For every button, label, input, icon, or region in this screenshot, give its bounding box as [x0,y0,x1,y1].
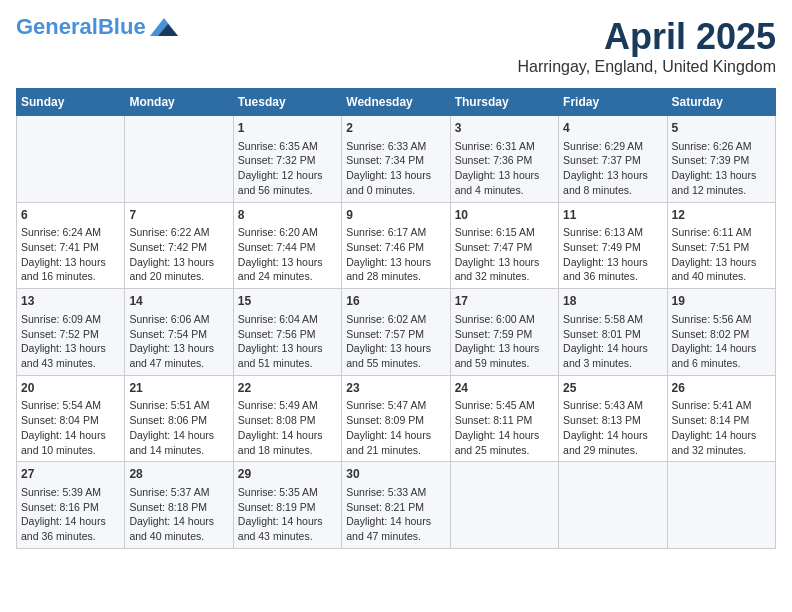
day-info: Sunrise: 5:49 AM Sunset: 8:08 PM Dayligh… [238,398,337,457]
day-info: Sunrise: 6:09 AM Sunset: 7:52 PM Dayligh… [21,312,120,371]
calendar-cell: 11Sunrise: 6:13 AM Sunset: 7:49 PM Dayli… [559,202,667,289]
day-number: 6 [21,207,120,224]
calendar-cell: 25Sunrise: 5:43 AM Sunset: 8:13 PM Dayli… [559,375,667,462]
day-number: 15 [238,293,337,310]
calendar-cell: 30Sunrise: 5:33 AM Sunset: 8:21 PM Dayli… [342,462,450,549]
day-info: Sunrise: 6:02 AM Sunset: 7:57 PM Dayligh… [346,312,445,371]
calendar-cell: 3Sunrise: 6:31 AM Sunset: 7:36 PM Daylig… [450,116,558,203]
day-info: Sunrise: 5:45 AM Sunset: 8:11 PM Dayligh… [455,398,554,457]
day-info: Sunrise: 6:26 AM Sunset: 7:39 PM Dayligh… [672,139,771,198]
day-info: Sunrise: 5:33 AM Sunset: 8:21 PM Dayligh… [346,485,445,544]
day-info: Sunrise: 5:35 AM Sunset: 8:19 PM Dayligh… [238,485,337,544]
title-block: April 2025 Harringay, England, United Ki… [517,16,776,76]
day-info: Sunrise: 6:17 AM Sunset: 7:46 PM Dayligh… [346,225,445,284]
day-number: 14 [129,293,228,310]
calendar-week-3: 20Sunrise: 5:54 AM Sunset: 8:04 PM Dayli… [17,375,776,462]
calendar-cell: 29Sunrise: 5:35 AM Sunset: 8:19 PM Dayli… [233,462,341,549]
day-number: 24 [455,380,554,397]
calendar-cell: 15Sunrise: 6:04 AM Sunset: 7:56 PM Dayli… [233,289,341,376]
logo-text: GeneralBlue [16,16,146,38]
day-number: 2 [346,120,445,137]
calendar-cell: 4Sunrise: 6:29 AM Sunset: 7:37 PM Daylig… [559,116,667,203]
day-number: 18 [563,293,662,310]
day-info: Sunrise: 5:39 AM Sunset: 8:16 PM Dayligh… [21,485,120,544]
day-info: Sunrise: 5:43 AM Sunset: 8:13 PM Dayligh… [563,398,662,457]
calendar-cell: 12Sunrise: 6:11 AM Sunset: 7:51 PM Dayli… [667,202,775,289]
day-info: Sunrise: 5:51 AM Sunset: 8:06 PM Dayligh… [129,398,228,457]
day-number: 13 [21,293,120,310]
col-wednesday: Wednesday [342,89,450,116]
day-number: 17 [455,293,554,310]
day-info: Sunrise: 6:06 AM Sunset: 7:54 PM Dayligh… [129,312,228,371]
col-monday: Monday [125,89,233,116]
calendar-week-1: 6Sunrise: 6:24 AM Sunset: 7:41 PM Daylig… [17,202,776,289]
calendar-cell: 8Sunrise: 6:20 AM Sunset: 7:44 PM Daylig… [233,202,341,289]
calendar-cell: 16Sunrise: 6:02 AM Sunset: 7:57 PM Dayli… [342,289,450,376]
day-info: Sunrise: 6:31 AM Sunset: 7:36 PM Dayligh… [455,139,554,198]
day-number: 8 [238,207,337,224]
day-number: 5 [672,120,771,137]
col-thursday: Thursday [450,89,558,116]
day-number: 20 [21,380,120,397]
calendar-cell: 22Sunrise: 5:49 AM Sunset: 8:08 PM Dayli… [233,375,341,462]
calendar-cell [450,462,558,549]
calendar-table: Sunday Monday Tuesday Wednesday Thursday… [16,88,776,549]
calendar-week-0: 1Sunrise: 6:35 AM Sunset: 7:32 PM Daylig… [17,116,776,203]
calendar-cell: 26Sunrise: 5:41 AM Sunset: 8:14 PM Dayli… [667,375,775,462]
day-info: Sunrise: 6:33 AM Sunset: 7:34 PM Dayligh… [346,139,445,198]
calendar-body: 1Sunrise: 6:35 AM Sunset: 7:32 PM Daylig… [17,116,776,549]
calendar-cell [17,116,125,203]
day-number: 10 [455,207,554,224]
calendar-cell: 2Sunrise: 6:33 AM Sunset: 7:34 PM Daylig… [342,116,450,203]
col-saturday: Saturday [667,89,775,116]
day-info: Sunrise: 5:56 AM Sunset: 8:02 PM Dayligh… [672,312,771,371]
calendar-cell: 5Sunrise: 6:26 AM Sunset: 7:39 PM Daylig… [667,116,775,203]
calendar-week-2: 13Sunrise: 6:09 AM Sunset: 7:52 PM Dayli… [17,289,776,376]
calendar-cell: 21Sunrise: 5:51 AM Sunset: 8:06 PM Dayli… [125,375,233,462]
calendar-cell: 18Sunrise: 5:58 AM Sunset: 8:01 PM Dayli… [559,289,667,376]
day-number: 4 [563,120,662,137]
col-friday: Friday [559,89,667,116]
day-number: 11 [563,207,662,224]
calendar-cell: 6Sunrise: 6:24 AM Sunset: 7:41 PM Daylig… [17,202,125,289]
day-info: Sunrise: 5:47 AM Sunset: 8:09 PM Dayligh… [346,398,445,457]
day-info: Sunrise: 5:58 AM Sunset: 8:01 PM Dayligh… [563,312,662,371]
day-number: 12 [672,207,771,224]
calendar-cell: 23Sunrise: 5:47 AM Sunset: 8:09 PM Dayli… [342,375,450,462]
day-info: Sunrise: 6:13 AM Sunset: 7:49 PM Dayligh… [563,225,662,284]
day-number: 25 [563,380,662,397]
day-number: 1 [238,120,337,137]
day-info: Sunrise: 5:54 AM Sunset: 8:04 PM Dayligh… [21,398,120,457]
calendar-cell: 1Sunrise: 6:35 AM Sunset: 7:32 PM Daylig… [233,116,341,203]
day-number: 30 [346,466,445,483]
day-number: 27 [21,466,120,483]
day-info: Sunrise: 6:22 AM Sunset: 7:42 PM Dayligh… [129,225,228,284]
calendar-cell: 7Sunrise: 6:22 AM Sunset: 7:42 PM Daylig… [125,202,233,289]
calendar-cell: 14Sunrise: 6:06 AM Sunset: 7:54 PM Dayli… [125,289,233,376]
day-number: 23 [346,380,445,397]
logo: GeneralBlue [16,16,178,38]
day-info: Sunrise: 6:29 AM Sunset: 7:37 PM Dayligh… [563,139,662,198]
calendar-cell: 9Sunrise: 6:17 AM Sunset: 7:46 PM Daylig… [342,202,450,289]
day-info: Sunrise: 6:04 AM Sunset: 7:56 PM Dayligh… [238,312,337,371]
day-info: Sunrise: 5:41 AM Sunset: 8:14 PM Dayligh… [672,398,771,457]
day-number: 9 [346,207,445,224]
day-info: Sunrise: 5:37 AM Sunset: 8:18 PM Dayligh… [129,485,228,544]
day-info: Sunrise: 6:20 AM Sunset: 7:44 PM Dayligh… [238,225,337,284]
calendar-cell [125,116,233,203]
calendar-subtitle: Harringay, England, United Kingdom [517,58,776,76]
calendar-title: April 2025 [517,16,776,58]
day-number: 19 [672,293,771,310]
calendar-cell [559,462,667,549]
day-info: Sunrise: 6:24 AM Sunset: 7:41 PM Dayligh… [21,225,120,284]
day-number: 29 [238,466,337,483]
day-number: 21 [129,380,228,397]
calendar-cell: 13Sunrise: 6:09 AM Sunset: 7:52 PM Dayli… [17,289,125,376]
day-info: Sunrise: 6:15 AM Sunset: 7:47 PM Dayligh… [455,225,554,284]
day-number: 16 [346,293,445,310]
calendar-header: Sunday Monday Tuesday Wednesday Thursday… [17,89,776,116]
calendar-cell: 19Sunrise: 5:56 AM Sunset: 8:02 PM Dayli… [667,289,775,376]
day-number: 26 [672,380,771,397]
header-row: Sunday Monday Tuesday Wednesday Thursday… [17,89,776,116]
calendar-cell: 20Sunrise: 5:54 AM Sunset: 8:04 PM Dayli… [17,375,125,462]
